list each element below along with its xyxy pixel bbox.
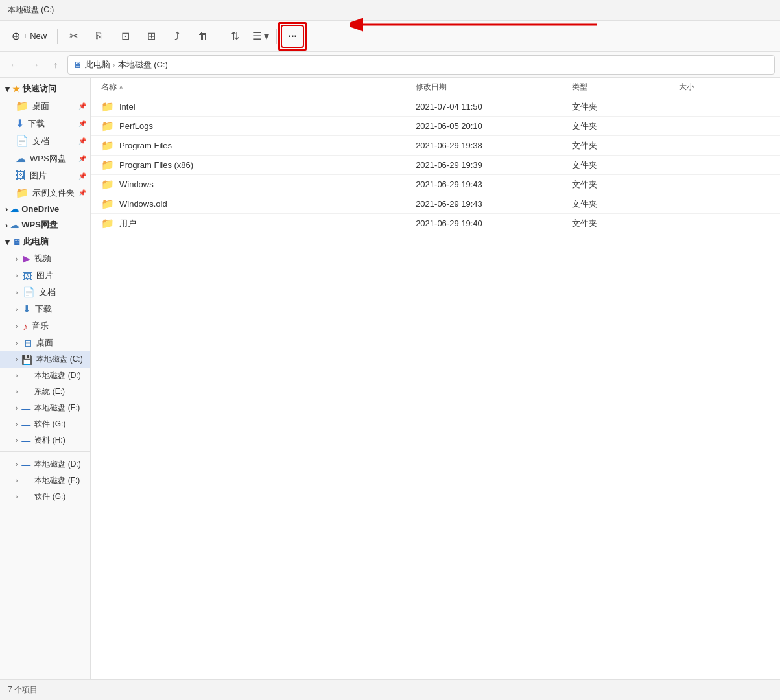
file-folder-icon: 📁	[101, 139, 114, 152]
separator-2	[219, 29, 219, 44]
cut-button[interactable]: ✂	[62, 25, 85, 48]
sidebar-item-music[interactable]: › ♪ 音乐	[0, 318, 90, 334]
net-drive-d-icon: —	[21, 460, 30, 470]
pcdl-icon: ⬇	[23, 303, 31, 315]
file-folder-icon: 📁	[101, 100, 114, 113]
sidebar-item-videos[interactable]: › ▶ 视频	[0, 250, 90, 267]
onedrive-header[interactable]: › ☁ OneDrive	[0, 202, 90, 216]
sidebar-item-desktop[interactable]: 📁 桌面 📌	[0, 97, 90, 115]
col-type[interactable]: 类型	[567, 78, 673, 97]
music-label: 音乐	[32, 320, 49, 332]
sidebar-item-pc-docs[interactable]: › 📄 文档	[0, 284, 90, 301]
file-name-cell: 📁Program Files (x86)	[91, 156, 410, 175]
table-row[interactable]: 📁Intel2021-07-04 11:50文件夹	[91, 97, 780, 117]
sidebar-item-pictures[interactable]: 🖼 图片 📌	[0, 167, 90, 184]
table-header-row: 名称 ∧ 修改日期 类型 大小	[91, 78, 780, 97]
table-row[interactable]: 📁Windows.old2021-06-29 19:43文件夹	[91, 194, 780, 214]
expand-c: ›	[16, 356, 18, 363]
title-bar-text: 本地磁盘 (C:)	[8, 5, 54, 16]
net-drive-g[interactable]: › — 软件 (G:)	[0, 489, 90, 505]
sidebar-item-wps[interactable]: ☁ WPS网盘 📌	[0, 150, 90, 167]
drive-c[interactable]: › 💾 本地磁盘 (C:)	[0, 351, 90, 368]
forward-button[interactable]: →	[26, 56, 44, 74]
videos-icon: ▶	[23, 253, 30, 264]
more-options-button[interactable]: ···	[281, 25, 304, 48]
table-row[interactable]: 📁用户2021-06-29 19:40文件夹	[91, 214, 780, 233]
expand-f: ›	[16, 404, 18, 412]
table-row[interactable]: 📁Program Files2021-06-29 19:38文件夹	[91, 136, 780, 156]
toolbar: ⊕ + New ✂ ⎘ ⊡ ⊞ ⤴ 🗑 ⇅ ☰ ▾ ···	[0, 21, 780, 52]
sidebar-item-docs[interactable]: 📄 文档 📌	[0, 132, 90, 150]
col-name[interactable]: 名称 ∧	[91, 78, 410, 97]
net-drive-g-label: 软件 (G:)	[34, 491, 65, 502]
file-date-cell: 2021-06-29 19:43	[410, 175, 567, 194]
more-btn-wrapper: ···	[281, 25, 304, 48]
view-button[interactable]: ☰ ▾	[249, 25, 272, 48]
thispc-chevron: ▾	[5, 237, 10, 247]
quick-access-header[interactable]: ▾ ★ 快速访问	[0, 80, 90, 97]
sidebar-item-example[interactable]: 📁 示例文件夹 📌	[0, 184, 90, 202]
sidebar-item-pc-desktop[interactable]: › 🖥 桌面	[0, 334, 90, 351]
table-row[interactable]: 📁Windows2021-06-29 19:43文件夹	[91, 175, 780, 194]
thispc-header[interactable]: ▾ 🖥 此电脑	[0, 233, 90, 250]
file-date-cell: 2021-06-29 19:38	[410, 136, 567, 156]
col-date[interactable]: 修改日期	[410, 78, 567, 97]
drive-h-icon: —	[21, 436, 30, 446]
separator-3	[276, 29, 277, 44]
drive-g-label: 软件 (G:)	[34, 419, 65, 430]
drive-e-icon: —	[21, 387, 30, 397]
drive-f[interactable]: › — 本地磁盘 (F:)	[0, 400, 90, 416]
address-bar: ← → ↑ 🖥 此电脑 › 本地磁盘 (C:)	[0, 52, 780, 78]
copy2-button[interactable]: ⊞	[139, 25, 163, 48]
new-button[interactable]: ⊕ + New	[5, 25, 53, 48]
file-name-cell: 📁Windows.old	[91, 194, 410, 214]
sidebar: ▾ ★ 快速访问 📁 桌面 📌 ⬇ 下载 📌 📄 文档 📌 ☁ WPS网盘 📌 …	[0, 78, 91, 679]
paste-button[interactable]: ⊡	[113, 25, 137, 48]
drive-c-icon: 💾	[21, 355, 32, 365]
move-button[interactable]: ⤴	[165, 25, 189, 48]
sort-arrow-name: ∧	[119, 84, 123, 91]
expand-music: ›	[16, 323, 18, 330]
status-bar: 7 个项目	[0, 679, 780, 700]
sidebar-item-pc-pictures[interactable]: › 🖼 图片	[0, 267, 90, 284]
wpscloud-header[interactable]: › ☁ WPS网盘	[0, 216, 90, 233]
table-row[interactable]: 📁Program Files (x86)2021-06-29 19:39文件夹	[91, 156, 780, 175]
file-type-cell: 文件夹	[567, 175, 673, 194]
file-type-cell: 文件夹	[567, 97, 673, 117]
sort-button[interactable]: ⇅	[223, 25, 246, 48]
new-label: + New	[23, 31, 47, 41]
expand-videos: ›	[16, 255, 18, 262]
sidebar-item-downloads[interactable]: ⬇ 下载 📌	[0, 115, 90, 132]
file-folder-icon: 📁	[101, 217, 114, 229]
pin-icon-wps: 📌	[78, 155, 86, 162]
up-button[interactable]: ↑	[47, 56, 65, 74]
net-drive-f[interactable]: › — 本地磁盘 (F:)	[0, 472, 90, 489]
expand-nf: ›	[16, 477, 18, 484]
breadcrumb[interactable]: 🖥 此电脑 › 本地磁盘 (C:)	[67, 55, 775, 75]
table-row[interactable]: 📁PerfLogs2021-06-05 20:10文件夹	[91, 117, 780, 136]
expand-d: ›	[16, 372, 18, 379]
pcpics-icon: 🖼	[23, 270, 32, 281]
wpscloud-label: WPS网盘	[21, 219, 58, 231]
expand-pcpics: ›	[16, 272, 18, 279]
drive-d[interactable]: › — 本地磁盘 (D:)	[0, 368, 90, 384]
file-size-cell	[674, 194, 780, 214]
quick-access-star: ★	[12, 84, 20, 94]
delete-button[interactable]: 🗑	[191, 25, 215, 48]
drive-f-label: 本地磁盘 (F:)	[34, 402, 80, 414]
sidebar-item-pc-downloads[interactable]: › ⬇ 下载	[0, 301, 90, 318]
onedrive-chevron: ›	[5, 204, 8, 214]
net-drive-g-icon: —	[21, 492, 30, 502]
pcpics-label: 图片	[36, 270, 53, 281]
back-button[interactable]: ←	[5, 56, 23, 74]
file-date-cell: 2021-06-29 19:43	[410, 194, 567, 214]
drive-e[interactable]: › — 系统 (E:)	[0, 384, 90, 400]
drive-h[interactable]: › — 资料 (H:)	[0, 432, 90, 449]
file-size-cell	[674, 97, 780, 117]
breadcrumb-root-icon: 🖥	[73, 60, 82, 70]
col-size[interactable]: 大小	[674, 78, 780, 97]
expand-e: ›	[16, 388, 18, 395]
copy-button[interactable]: ⎘	[88, 25, 111, 48]
drive-g[interactable]: › — 软件 (G:)	[0, 416, 90, 432]
net-drive-d[interactable]: › — 本地磁盘 (D:)	[0, 456, 90, 472]
